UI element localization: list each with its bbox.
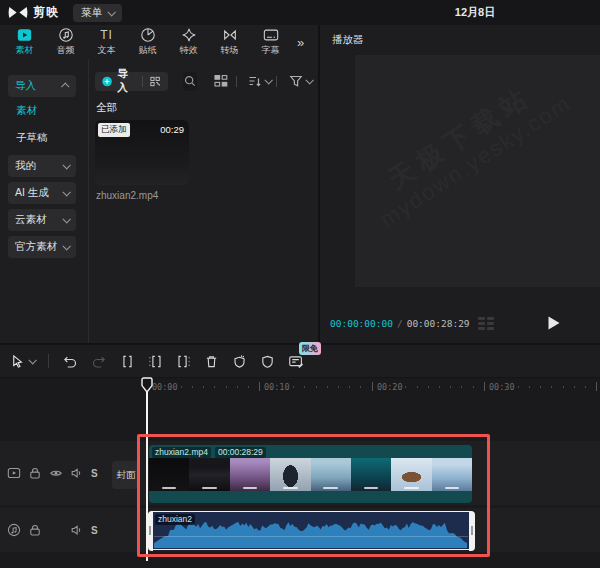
- shield-marks-icon: [232, 354, 247, 369]
- split-button[interactable]: [120, 354, 135, 369]
- chevron-down-icon: [28, 356, 36, 364]
- search-button[interactable]: [183, 72, 197, 91]
- media-filename: zhuxian2.mp4: [96, 190, 158, 201]
- limited-free-badge: 限免: [299, 342, 321, 355]
- sidebar-item-official-material[interactable]: 官方素材: [8, 236, 76, 258]
- ruler-label: 00:30: [489, 382, 515, 392]
- tab-captions[interactable]: 字幕: [250, 26, 291, 58]
- media-toolbar: 导入: [90, 71, 312, 91]
- divider: [276, 76, 277, 87]
- draft-title: 12月8日: [430, 0, 520, 25]
- redo-button[interactable]: [91, 354, 107, 369]
- tab-label: 素材: [16, 44, 34, 57]
- current-time: 00:00:00:00: [330, 318, 393, 329]
- media-content-area: 导入: [90, 59, 318, 343]
- grid-view-button[interactable]: [214, 74, 228, 88]
- tab-transitions[interactable]: 转场: [209, 26, 250, 58]
- tab-label: 贴纸: [139, 44, 157, 57]
- split-left-button[interactable]: [148, 354, 163, 369]
- transitions-tab-icon: [222, 27, 238, 43]
- import-button[interactable]: 导入: [95, 72, 168, 91]
- chevron-up-icon: [61, 82, 69, 90]
- app-logo: 剪映: [8, 4, 59, 21]
- audio-tab-icon: [58, 27, 74, 43]
- shield-icon: [260, 354, 275, 369]
- time-separator: /: [397, 318, 403, 329]
- resource-tab-bar: 素材 音频 TI 文本 贴纸: [0, 25, 318, 59]
- cover-button-label: 封面: [117, 469, 136, 482]
- doc-edit-icon: [288, 354, 305, 369]
- chevron-down-icon: [107, 8, 115, 16]
- capcut-app-window: 剪映 菜单 12月8日 素材 音频: [0, 0, 600, 568]
- chevron-down-icon: [305, 76, 313, 84]
- freeze-frame-button[interactable]: [232, 354, 247, 369]
- tab-text[interactable]: TI 文本: [86, 26, 127, 58]
- ruler-label: 00:20: [377, 382, 403, 392]
- preview-quality-icon[interactable]: [478, 317, 494, 330]
- timeline-ruler[interactable]: 00:00 00:10 00:20 00:30: [0, 378, 600, 395]
- added-badge: 已添加: [98, 123, 130, 137]
- menu-button-label: 菜单: [81, 6, 102, 20]
- cover-button[interactable]: 封面: [112, 461, 140, 489]
- tabs-overflow-icon[interactable]: »: [297, 35, 304, 50]
- filter-icon: [289, 74, 303, 88]
- lock-icon[interactable]: [28, 466, 42, 480]
- grid-view-icon: [214, 74, 228, 88]
- play-icon: [548, 316, 560, 330]
- search-icon: [184, 75, 196, 87]
- plus-circle-icon: [102, 75, 112, 88]
- timecode-display: 00:00:00:00 / 00:00:28:29: [330, 318, 470, 329]
- chevron-down-icon: [62, 161, 70, 169]
- solo-toggle[interactable]: S: [91, 525, 98, 536]
- menu-button[interactable]: 菜单: [73, 4, 122, 22]
- playhead-handle[interactable]: [141, 377, 153, 393]
- trash-icon: [204, 354, 219, 369]
- video-track-header: S: [0, 441, 100, 505]
- sidebar-item-cloud-material[interactable]: 云素材: [8, 209, 76, 231]
- total-duration: 00:00:28:29: [407, 318, 470, 329]
- undo-button[interactable]: [62, 354, 78, 369]
- media-tab-icon: [16, 27, 33, 43]
- filter-button[interactable]: [289, 74, 312, 88]
- category-all-label[interactable]: 全部: [96, 101, 117, 115]
- speaker-icon[interactable]: [70, 523, 84, 537]
- split-left-icon: [148, 354, 163, 369]
- sticker-tab-icon: [140, 27, 156, 43]
- sidebar-item-ai-generate[interactable]: AI 生成: [8, 182, 76, 204]
- tab-effects[interactable]: 特效: [168, 26, 209, 58]
- tab-label: 转场: [221, 44, 239, 57]
- ruler-label: 00:00: [152, 382, 178, 392]
- sidebar-item-import[interactable]: 导入: [8, 75, 76, 97]
- sidebar-item-material[interactable]: 素材: [16, 104, 37, 118]
- sidebar-item-subdraft[interactable]: 子草稿: [16, 131, 48, 145]
- clip-duration-label: 00:29: [160, 124, 184, 135]
- captions-tab-icon: [263, 27, 279, 43]
- sort-button[interactable]: [248, 74, 271, 88]
- lock-icon[interactable]: [28, 523, 42, 537]
- speaker-icon[interactable]: [70, 466, 84, 480]
- material-library-icon[interactable]: [150, 75, 160, 88]
- eye-icon[interactable]: [49, 466, 63, 480]
- timeline-toolbar: 限免: [0, 345, 600, 378]
- app-logo-text: 剪映: [33, 4, 59, 21]
- ruler-label: 00:10: [264, 382, 290, 392]
- capcut-logo-icon: [8, 5, 28, 20]
- delete-button[interactable]: [204, 354, 219, 369]
- sidebar-item-mine[interactable]: 我的: [8, 155, 76, 177]
- solo-toggle[interactable]: S: [91, 468, 98, 479]
- player-panel: 播放器 天极下载站 mydown.yesky.com 00:00:00:00 /…: [320, 25, 600, 343]
- media-thumbnail-card[interactable]: 已添加 00:29: [95, 120, 189, 185]
- tab-media[interactable]: 素材: [4, 26, 45, 58]
- mute-shield-button[interactable]: [260, 354, 275, 369]
- player-controls: 00:00:00:00 / 00:00:28:29: [320, 303, 600, 343]
- chevron-down-icon: [62, 242, 70, 250]
- tab-sticker[interactable]: 贴纸: [127, 26, 168, 58]
- split-right-button[interactable]: [176, 354, 191, 369]
- redo-icon: [91, 354, 107, 369]
- smart-script-button[interactable]: 限免: [288, 354, 305, 369]
- play-button[interactable]: [548, 316, 560, 330]
- select-tool-button[interactable]: [10, 354, 35, 369]
- split-right-icon: [176, 354, 191, 369]
- annotation-highlight-rect: [137, 434, 490, 557]
- tab-audio[interactable]: 音频: [45, 26, 86, 58]
